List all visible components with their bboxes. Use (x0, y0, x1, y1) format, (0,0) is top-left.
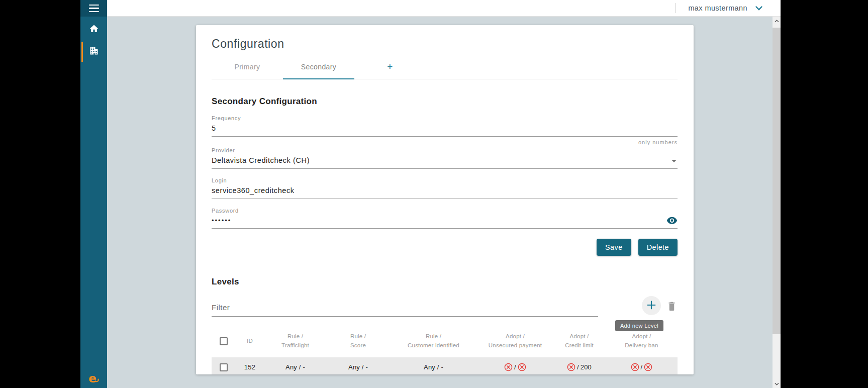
cross-circle-icon (631, 363, 639, 371)
eye-icon (666, 219, 678, 226)
frequency-label: Frequency (212, 115, 678, 121)
add-level-button[interactable] (642, 296, 661, 315)
tab-bar: Primary Secondary + (212, 58, 678, 79)
provider-select[interactable] (212, 153, 678, 169)
select-all-checkbox[interactable] (220, 337, 228, 345)
frequency-input[interactable] (212, 121, 678, 137)
cell-separator: / (577, 363, 579, 371)
tab-secondary[interactable]: Secondary (283, 58, 354, 79)
column-header-rule-customer-identified: Rule /Customer identified (390, 332, 477, 350)
column-header-rule-trafficlight: Rule /Trafficlight (264, 332, 327, 350)
password-label: Password (212, 208, 678, 214)
topbar-divider (676, 3, 676, 13)
topbar: max mustermann (107, 0, 781, 17)
column-header-rule-score: Rule /Score (327, 332, 390, 350)
cell-rule-trafficlight: Any / - (264, 363, 327, 371)
column-header-adopt-delivery-ban: Adopt /Delivery ban (606, 332, 678, 350)
sidebar-item-home[interactable] (80, 19, 107, 41)
cell-adopt-delivery-ban: / (606, 363, 678, 371)
plus-icon (646, 300, 657, 312)
filter-input[interactable] (212, 298, 598, 317)
credit-limit-value: 200 (581, 363, 592, 371)
column-header-adopt-unsecured-payment: Adopt /Unsecured payment (477, 332, 553, 350)
delete-button[interactable]: Delete (638, 239, 678, 256)
chevron-down-icon[interactable] (755, 6, 762, 11)
levels-toolbar: Add new Level (212, 298, 678, 320)
cell-id: 152 (236, 363, 264, 371)
scrollbar-thumb[interactable] (773, 28, 781, 334)
login-input[interactable] (212, 183, 678, 199)
toggle-password-visibility-button[interactable] (666, 217, 678, 225)
levels-title: Levels (212, 277, 678, 287)
levels-section: Levels Add new Level (212, 277, 678, 374)
cross-circle-icon (504, 363, 513, 371)
tab-primary[interactable]: Primary (212, 58, 283, 79)
cross-circle-icon (644, 363, 652, 371)
column-header-id: ID (236, 337, 264, 346)
table-header-row: ID Rule /Trafficlight Rule /Score Rule /… (212, 326, 678, 357)
frequency-field: Frequency only numbers (212, 115, 678, 145)
frequency-hint: only numbers (212, 139, 678, 145)
cell-separator: / (641, 363, 643, 371)
sidebar-menu-toggle[interactable] (80, 0, 107, 17)
sidebar: e (80, 0, 107, 388)
main-content: Configuration Primary Secondary + Second… (107, 17, 773, 388)
user-menu-label[interactable]: max mustermann (688, 4, 747, 12)
configuration-card: Configuration Primary Secondary + Second… (196, 25, 694, 374)
form-actions: Save Delete (212, 239, 678, 256)
provider-field: Provider (212, 147, 678, 169)
provider-label: Provider (212, 147, 678, 153)
password-input[interactable] (212, 214, 678, 229)
trash-icon (667, 305, 677, 313)
page-title: Configuration (212, 37, 678, 51)
cell-adopt-unsecured-payment: / (477, 363, 553, 371)
levels-table: ID Rule /Trafficlight Rule /Score Rule /… (212, 326, 678, 374)
logo-e-icon: e (80, 372, 107, 385)
tab-add[interactable]: + (354, 58, 426, 79)
tooltip-add-new-level: Add new Level (615, 320, 663, 331)
hamburger-icon (89, 5, 99, 13)
password-field: Password (212, 208, 678, 229)
cell-rule-score: Any / - (327, 363, 390, 371)
sidebar-item-organization[interactable] (80, 41, 107, 63)
building-icon (89, 46, 99, 58)
delete-levels-button[interactable] (666, 300, 678, 312)
scroll-up-icon[interactable] (773, 17, 781, 25)
column-header-adopt-credit-limit: Adopt /Credit limit (553, 332, 606, 350)
table-row[interactable]: 152 Any / - Any / - Any / - / / 200 (212, 357, 678, 374)
save-button[interactable]: Save (597, 239, 631, 256)
vertical-scrollbar[interactable] (773, 17, 781, 388)
cell-adopt-credit-limit: / 200 (553, 363, 606, 371)
cell-rule-customer-identified: Any / - (390, 363, 477, 371)
login-field: Login (212, 177, 678, 199)
row-checkbox[interactable] (220, 363, 228, 371)
cross-circle-icon (567, 363, 575, 371)
section-title: Secondary Configuration (212, 96, 678, 107)
home-icon (89, 24, 99, 36)
scroll-down-icon[interactable] (773, 379, 781, 388)
login-label: Login (212, 177, 678, 183)
cell-separator: / (514, 363, 516, 371)
cross-circle-icon (518, 363, 526, 371)
